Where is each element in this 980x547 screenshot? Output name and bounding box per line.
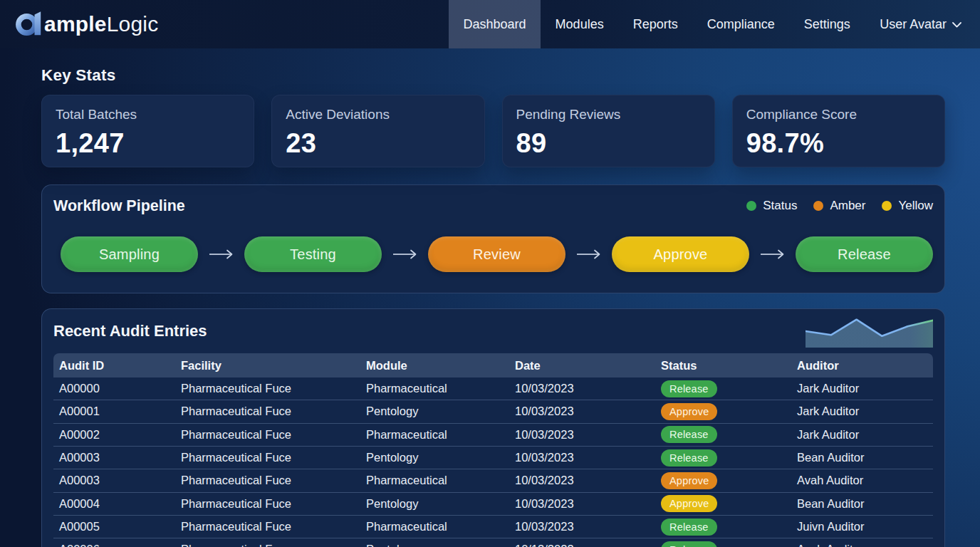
table-row[interactable]: A00001 Pharmaceutical Fuce Pentology 10/…: [53, 400, 933, 423]
brand-logo-icon: [16, 11, 42, 36]
key-stats-cards: Total Batches 1,247 Active Deviations 23…: [41, 95, 945, 167]
nav-item-label: Dashboard: [464, 17, 526, 32]
workflow-legend: Status Amber Yellow: [746, 199, 933, 213]
pipeline-stage-label: Testing: [290, 246, 336, 263]
cell-status: Approve: [655, 403, 791, 420]
status-badge: Approve: [661, 472, 717, 489]
table-row[interactable]: A00005 Pharmaceutical Fuce Pharmaceutica…: [53, 516, 933, 538]
table-row[interactable]: A00003 Pharmaceutical Fuce Pentology 10/…: [53, 447, 933, 469]
legend-label: Amber: [830, 199, 865, 213]
nav-item-label: Settings: [804, 17, 850, 32]
column-header: Date: [509, 359, 655, 373]
cell-audit-id: A00001: [53, 405, 175, 418]
cell-date: 10/03/2023: [509, 497, 655, 511]
table-row[interactable]: A00006 Pharmaceutical Fuce Pentology 10/…: [53, 538, 933, 547]
nav-item[interactable]: Dashboard: [449, 0, 541, 48]
audit-panel-header: Recent Audit Entries: [53, 321, 933, 353]
cell-auditor: Bean Auditor: [791, 497, 933, 511]
audit-sparkline-chart: [806, 316, 933, 348]
user-avatar-menu[interactable]: User Avatar: [865, 0, 971, 48]
status-badge: Release: [661, 426, 717, 443]
column-header: Status: [655, 359, 791, 373]
cell-module: Pentology: [360, 451, 509, 464]
cell-audit-id: A00000: [53, 382, 175, 395]
legend-dot-icon: [882, 201, 892, 211]
column-header: Facility: [175, 359, 360, 373]
stat-card: Active Deviations 23: [271, 95, 484, 167]
legend-item: Amber: [813, 199, 865, 213]
cell-module: Pharmaceutical: [360, 382, 509, 395]
table-row[interactable]: A00002 Pharmaceutical Fuce Pharmaceutica…: [53, 424, 933, 447]
workflow-panel-header: Workflow Pipeline Status Amber Yello: [53, 197, 933, 215]
cell-auditor: Jark Auditor: [791, 405, 933, 418]
cell-status: Release: [655, 541, 791, 547]
cell-audit-id: A00004: [53, 497, 175, 511]
nav-item[interactable]: Modules: [541, 0, 618, 48]
cell-date: 10/03/2023: [509, 405, 655, 418]
stage-arrow-icon: [565, 249, 612, 259]
cell-auditor: Avah Auditor: [791, 474, 933, 487]
cell-status: Release: [655, 380, 791, 397]
column-header: Audit ID: [53, 359, 175, 373]
pipeline-stage-label: Release: [838, 246, 891, 263]
legend-label: Status: [763, 199, 797, 213]
dashboard-content: Key Stats Total Batches 1,247 Active Dev…: [0, 66, 980, 547]
pipeline-stage[interactable]: Review: [428, 236, 565, 272]
pipeline-stage[interactable]: Release: [796, 236, 933, 272]
nav-item[interactable]: Compliance: [692, 0, 789, 48]
stat-card-label: Active Deviations: [286, 107, 470, 123]
audit-table-header: Audit ID Facility Module Date Status Aud…: [53, 353, 933, 377]
cell-audit-id: A00005: [53, 520, 175, 533]
cell-date: 10/03/2023: [509, 520, 655, 533]
cell-auditor: Avah Auditor: [791, 543, 933, 547]
stat-card: Total Batches 1,247: [41, 95, 254, 167]
cell-facility: Pharmaceutical Fuce: [175, 520, 360, 533]
stat-card: Compliance Score 98.7%: [732, 95, 945, 167]
cell-module: Pharmaceutical: [360, 474, 509, 487]
audit-table: Audit ID Facility Module Date Status Aud…: [53, 353, 933, 547]
key-stats-title: Key Stats: [41, 66, 945, 85]
stat-card-value: 98.7%: [746, 128, 931, 159]
pipeline-stage[interactable]: Sampling: [61, 236, 198, 272]
brand-logo[interactable]: ample Logic: [16, 12, 158, 36]
cell-audit-id: A00002: [53, 428, 175, 442]
table-row[interactable]: A00004 Pharmaceutical Fuce Pentology 10/…: [53, 493, 933, 516]
legend-item: Yellow: [882, 199, 933, 213]
cell-auditor: Juivn Auditor: [791, 520, 933, 533]
table-row[interactable]: A00003 Pharmaceutical Fuce Pharmaceutica…: [53, 469, 933, 492]
stage-arrow-icon: [382, 249, 428, 259]
cell-date: 10/13/2023: [509, 543, 655, 547]
nav-item-label: Reports: [633, 17, 678, 32]
stat-card-value: 89: [516, 128, 701, 159]
pipeline-stage-label: Sampling: [99, 246, 160, 263]
cell-date: 10/03/2023: [509, 428, 655, 442]
status-badge: Approve: [661, 495, 717, 512]
stage-arrow-icon: [749, 249, 796, 259]
cell-audit-id: A00003: [53, 474, 175, 487]
cell-date: 10/03/2023: [509, 474, 655, 487]
cell-facility: Pharmaceutical Fuce: [175, 428, 360, 442]
stat-card: Pending Reviews 89: [502, 95, 715, 167]
pipeline-stage[interactable]: Testing: [244, 236, 382, 272]
nav-item[interactable]: Reports: [618, 0, 692, 48]
nav-item[interactable]: Settings: [789, 0, 865, 48]
legend-label: Yellow: [898, 199, 933, 213]
stat-card-label: Compliance Score: [746, 107, 931, 123]
chevron-down-icon: [952, 22, 961, 28]
pipeline-stage[interactable]: Approve: [612, 236, 749, 272]
cell-audit-id: A00006: [53, 543, 175, 547]
legend-dot-icon: [746, 201, 756, 211]
cell-facility: Pharmaceutical Fuce: [175, 405, 360, 418]
cell-status: Release: [655, 519, 791, 536]
user-avatar-label: User Avatar: [880, 17, 947, 32]
table-row[interactable]: A00000 Pharmaceutical Fuce Pharmaceutica…: [53, 377, 933, 400]
status-badge: Release: [661, 380, 717, 397]
cell-status: Approve: [655, 472, 791, 489]
stat-card-label: Pending Reviews: [516, 107, 701, 123]
cell-facility: Pharmaceutical Fuce: [175, 451, 360, 464]
cell-module: Pharmaceutical: [360, 520, 509, 533]
cell-module: Pentology: [360, 543, 509, 547]
cell-module: Pentology: [360, 405, 509, 418]
status-badge: Release: [661, 541, 717, 547]
workflow-pipeline-title: Workflow Pipeline: [53, 197, 185, 215]
